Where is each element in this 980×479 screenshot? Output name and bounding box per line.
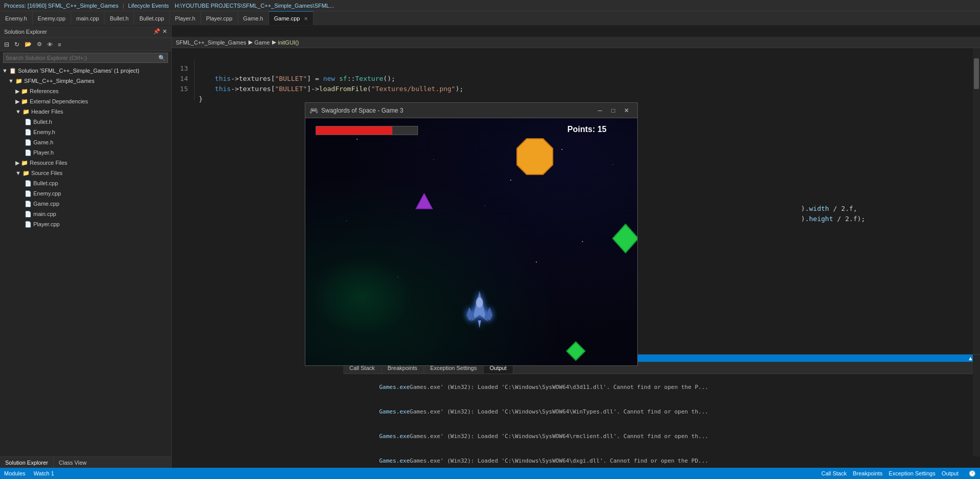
tree-external-deps[interactable]: ▶ 📁 External Dependencies [0,96,171,106]
references-expand-icon: ▶ [15,88,19,95]
solution-icon: ▼ [2,68,8,74]
game-window: 🎮 Swaglords of Space - Game 3 ─ □ ✕ [305,102,638,366]
tree-player-h[interactable]: 📄 Player.h [0,147,171,158]
tree-project[interactable]: ▼ 📁 SFML_C++_Simple_Games [0,76,171,86]
status-watch[interactable]: Watch 1 [34,470,54,476]
status-callstack[interactable]: Call Stack [821,470,847,477]
status-exceptions[interactable]: Exception Settings [889,470,935,477]
scrollbar-thumb[interactable] [974,58,979,89]
search-input[interactable] [6,55,158,61]
tree-solution-root[interactable]: ▼ 📋 Solution 'SFML_C++_Simple_Games' (1 … [0,66,171,76]
tab-enemy-h[interactable]: Enemy.h [0,11,33,25]
source-folder-icon: 📁 [23,170,30,177]
tree-game-h[interactable]: 📄 Game.h [0,137,171,147]
tree-bullet-cpp[interactable]: 📄 Bullet.cpp [0,178,171,188]
star [536,262,537,263]
preview-button[interactable]: 👁 [45,40,55,49]
status-breakpoints[interactable]: Breakpoints [853,470,883,477]
svg-marker-2 [613,224,637,253]
search-solution-explorer[interactable]: 🔍 [3,53,168,63]
star [346,221,347,221]
health-bar [316,126,418,135]
project-expand-icon: ▼ [8,78,14,84]
tab-bullet-cpp[interactable]: Bullet.cpp [134,11,170,25]
output-line: Games.exeGames.exe' (Win32): Loaded 'C:\… [345,375,978,400]
solution-file-icon: 📋 [9,68,16,74]
status-output[interactable]: Output [942,470,958,477]
game-close-button[interactable]: ✕ [620,104,633,117]
star [582,241,583,242]
tab-close-icon[interactable]: ✕ [304,16,308,21]
editor-tabs: Enemy.h Enemy.cpp main.cpp Bullet.h Bull… [0,11,980,26]
game-title: Swaglords of Space - Game 3 [321,107,593,114]
bullet-h-icon: 📄 [25,119,32,125]
refresh-button[interactable]: ↻ [12,40,22,49]
output-line: Games.exeGames.exe' (Win32): Loaded 'C:\… [345,400,978,424]
sidebar-pin-button[interactable]: 📌 [153,28,160,35]
tree-main-cpp[interactable]: 📄 main.cpp [0,209,171,219]
tree-resource-files[interactable]: ▶ 📁 Resource Files [0,158,171,168]
tree-enemy-h[interactable]: 📄 Enemy.h [0,127,171,137]
tab-bullet-h[interactable]: Bullet.h [105,11,134,25]
status-clock: 🕐 [969,470,976,477]
code-lines[interactable]: this->textures["BULLET"] = new sf::Textu… [195,59,980,100]
bullet-cpp-icon: 📄 [25,180,32,187]
game-icon: 🎮 [309,106,318,115]
tab-main-cpp[interactable]: main.cpp [71,11,105,25]
output-content: Games.exeGames.exe' (Win32): Loaded 'C:\… [343,374,980,464]
enemy-triangle [415,192,433,212]
output-panel: ▲ ✕ Call Stack Breakpoints Exception Set… [343,354,980,456]
output-line: Games.exeGames.exe' (Win32): Loaded 'C:\… [345,424,978,449]
resource-expand-icon: ▶ [15,160,19,166]
game-restore-button[interactable]: □ [607,104,620,117]
tree-game-cpp[interactable]: 📄 Game.cpp [0,199,171,209]
header-folder-icon: 📁 [23,108,30,115]
tree-bullet-h[interactable]: 📄 Bullet.h [0,117,171,127]
enemy-diamond-right [612,223,637,255]
sidebar-close-button[interactable]: ✕ [162,28,167,35]
sidebar-header: Solution Explorer 📌 ✕ [0,26,171,38]
tab-player-cpp[interactable]: Player.cpp [201,11,238,25]
settings-button[interactable]: ≡ [56,40,63,49]
vertical-scrollbar[interactable] [973,48,980,358]
enemy-diamond-bottom [566,341,586,363]
status-right: Call Stack Breakpoints Exception Setting… [821,470,976,477]
source-expand-icon: ▼ [15,170,21,176]
enemy-h-icon: 📄 [25,129,32,136]
tab-game-cpp[interactable]: Game.cpp ✕ [269,11,314,25]
output-line: Games.exeGames.exe' (Win32): Loaded 'C:\… [345,449,978,464]
tab-enemy-cpp[interactable]: Enemy.cpp [33,11,71,25]
player-h-icon: 📄 [25,149,32,156]
game-canvas: Points: 15 [305,118,637,365]
player-cpp-icon: 📄 [25,221,32,228]
class-view-tab[interactable]: Class View [54,457,92,468]
solution-explorer-tab[interactable]: Solution Explorer [0,457,54,468]
main-cpp-icon: 📄 [25,211,32,217]
tree-player-cpp[interactable]: 📄 Player.cpp [0,219,171,229]
health-bar-fill [316,126,392,135]
solution-explorer: Solution Explorer 📌 ✕ ⊟ ↻ 📂 ⚙ 👁 ≡ 🔍 ▼ 📋 [0,26,172,468]
tab-game-h[interactable]: Game.h [238,11,269,25]
status-modules[interactable]: Modules [4,470,26,476]
tree-references[interactable]: ▶ 📁 References [0,86,171,96]
status-bar: Modules Watch 1 Call Stack Breakpoints E… [0,468,980,479]
collapse-all-button[interactable]: ⊟ [2,40,11,49]
properties-button[interactable]: ⚙ [35,40,44,49]
show-all-files-button[interactable]: 📂 [23,40,34,49]
process-label: Process: [16960] SFML_C++_Simple_Games [4,3,118,9]
tree-source-files[interactable]: ▼ 📁 Source Files [0,168,171,178]
tab-player-h[interactable]: Player.h [170,11,201,25]
game-cpp-icon: 📄 [25,201,32,207]
resource-icon: 📁 [21,160,28,166]
header-expand-icon: ▼ [15,108,21,115]
tree-enemy-cpp[interactable]: 📄 Enemy.cpp [0,188,171,199]
star [485,205,485,206]
project-icon: 📁 [15,78,23,84]
game-minimize-button[interactable]: ─ [593,104,607,117]
output-scrollbar[interactable] [973,355,980,456]
tree-header-files[interactable]: ▼ 📁 Header Files [0,106,171,117]
star [357,139,358,140]
svg-marker-3 [567,342,585,360]
points-display: Points: 15 [568,125,607,134]
code-editor-top: 13 14 15 this->textures["BULLET"] = new … [172,59,980,100]
